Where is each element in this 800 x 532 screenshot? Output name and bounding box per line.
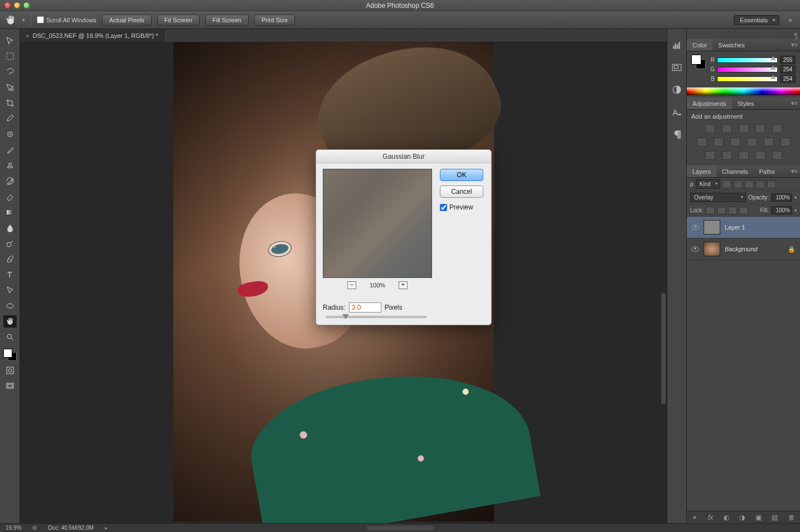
lock-all-icon[interactable] — [739, 207, 748, 214]
fill-value[interactable]: 100% — [771, 206, 792, 214]
canvas[interactable]: Gaussian Blur − 100% + OK Cancel — [20, 42, 667, 523]
cancel-button[interactable]: Cancel — [440, 186, 483, 198]
character-icon[interactable]: A — [671, 107, 682, 117]
document-tab[interactable]: × DSC_0523.NEF @ 19.9% (Layer 1, RGB/8*)… — [20, 29, 164, 42]
color-balance-icon[interactable] — [714, 138, 724, 147]
new-group-icon[interactable]: ▣ — [755, 514, 762, 521]
tab-layers[interactable]: Layers — [687, 165, 716, 177]
color-spectrum[interactable] — [687, 87, 800, 95]
tab-adjustments[interactable]: Adjustments — [687, 97, 732, 109]
visibility-toggle-icon[interactable] — [691, 224, 699, 230]
fg-color-well[interactable] — [691, 55, 701, 65]
preview-checkbox-input[interactable] — [440, 204, 447, 211]
layer-thumbnail[interactable] — [704, 220, 720, 235]
path-select-tool[interactable] — [3, 284, 17, 296]
color-wells[interactable] — [3, 349, 17, 361]
lock-transparency-icon[interactable] — [706, 207, 715, 214]
zoom-in-preview-button[interactable]: + — [399, 281, 408, 289]
layer-item[interactable]: Layer 1 — [687, 217, 800, 238]
print-size-button[interactable]: Print Size — [254, 14, 295, 26]
posterize-icon[interactable] — [722, 151, 732, 160]
brush-tool[interactable] — [3, 144, 17, 156]
workspace-switcher[interactable]: Essentials — [734, 15, 779, 25]
vibrance-icon[interactable] — [772, 124, 782, 133]
scroll-all-windows-input[interactable] — [37, 16, 44, 23]
actual-pixels-button[interactable]: Actual Pixels — [102, 14, 152, 26]
invert-icon[interactable] — [705, 151, 715, 160]
tab-paths[interactable]: Paths — [754, 165, 780, 177]
marquee-tool[interactable] — [3, 50, 17, 62]
delete-layer-icon[interactable]: 🗑 — [788, 514, 795, 521]
foreground-color-well[interactable] — [3, 349, 12, 358]
g-slider[interactable] — [717, 67, 778, 72]
layers-panel-menu-icon[interactable]: ▾≡ — [791, 168, 798, 175]
hand-tool[interactable] — [3, 315, 17, 328]
add-mask-icon[interactable]: ◐ — [724, 514, 729, 521]
zoom-tool[interactable] — [3, 331, 17, 343]
r-value[interactable]: 255 — [780, 56, 796, 64]
gradient-map-icon[interactable] — [755, 151, 765, 160]
adjustments-icon[interactable] — [671, 85, 682, 95]
visibility-toggle-icon[interactable] — [691, 246, 699, 252]
histogram-icon[interactable] — [671, 40, 682, 50]
blur-tool[interactable] — [3, 222, 17, 234]
b-slider[interactable] — [717, 76, 778, 82]
bw-icon[interactable] — [730, 138, 740, 147]
radius-input[interactable] — [349, 302, 381, 313]
hue-sat-icon[interactable] — [697, 138, 707, 147]
dodge-tool[interactable] — [3, 237, 17, 250]
tab-swatches[interactable]: Swatches — [712, 39, 750, 51]
opacity-value[interactable]: 100% — [771, 193, 792, 202]
pen-tool[interactable] — [3, 253, 17, 265]
curves-icon[interactable] — [739, 124, 749, 133]
horizontal-scrollbar[interactable] — [367, 526, 434, 530]
ellipse-shape-tool[interactable] — [3, 300, 17, 312]
photo-filter-icon[interactable] — [747, 138, 757, 147]
crop-tool[interactable] — [3, 97, 17, 109]
filter-smart-icon[interactable] — [767, 180, 776, 188]
radius-slider[interactable] — [326, 316, 426, 318]
vertical-scrollbar[interactable] — [661, 293, 666, 404]
channel-mixer-icon[interactable] — [764, 138, 774, 147]
lasso-tool[interactable] — [3, 66, 17, 78]
quick-select-tool[interactable] — [3, 81, 17, 94]
navigator-icon[interactable] — [671, 62, 682, 72]
layer-fx-icon[interactable]: fx — [708, 514, 713, 521]
zoom-window-button[interactable] — [23, 2, 30, 8]
new-layer-icon[interactable]: ▤ — [772, 514, 778, 521]
link-layers-icon[interactable]: ⚭ — [692, 514, 697, 521]
paragraph-icon[interactable] — [671, 129, 682, 139]
ok-button[interactable]: OK — [440, 169, 483, 181]
quickmask-toggle[interactable] — [3, 364, 17, 377]
tab-styles[interactable]: Styles — [732, 97, 760, 109]
type-tool[interactable]: T — [3, 269, 17, 281]
radius-slider-knob[interactable] — [342, 314, 349, 319]
b-value[interactable]: 254 — [780, 75, 796, 83]
lock-position-icon[interactable] — [728, 207, 737, 214]
history-brush-tool[interactable] — [3, 175, 17, 187]
filter-adjust-icon[interactable] — [734, 180, 743, 188]
minimize-window-button[interactable] — [14, 2, 20, 8]
filter-shape-icon[interactable] — [756, 180, 765, 188]
close-tab-icon[interactable]: × — [26, 32, 29, 39]
collapse-panels-icon[interactable]: » — [785, 16, 796, 24]
clone-stamp-tool[interactable] — [3, 159, 17, 172]
new-fill-adjust-icon[interactable]: ◑ — [739, 514, 745, 521]
blend-mode-dropdown[interactable]: Overlay — [690, 193, 746, 202]
tab-channels[interactable]: Channels — [716, 165, 753, 177]
brightness-contrast-icon[interactable] — [705, 124, 715, 133]
filter-type-icon[interactable] — [745, 180, 754, 188]
eraser-tool[interactable] — [3, 191, 17, 203]
fill-screen-button[interactable]: Fill Screen — [205, 14, 249, 26]
layer-thumbnail[interactable] — [704, 242, 720, 256]
selective-color-icon[interactable] — [772, 151, 782, 160]
eyedropper-tool[interactable] — [3, 113, 17, 125]
lock-pixels-icon[interactable] — [717, 207, 726, 214]
color-panel-wells[interactable] — [691, 55, 706, 69]
fit-screen-button[interactable]: Fit Screen — [157, 14, 200, 26]
layer-filter-kind[interactable]: Kind — [696, 179, 720, 189]
move-tool[interactable] — [3, 35, 17, 47]
levels-icon[interactable] — [722, 124, 732, 133]
doc-info-icon[interactable]: ⊙ — [32, 525, 37, 531]
zoom-level[interactable]: 19.9% — [6, 525, 21, 531]
